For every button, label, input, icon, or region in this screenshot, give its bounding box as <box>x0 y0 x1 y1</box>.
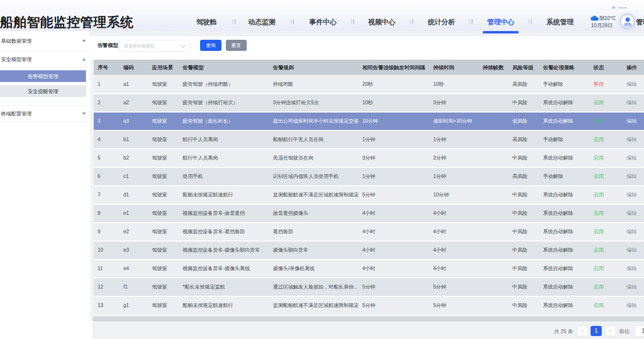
alarm-model-select[interactable]: 请选择告警模型 <box>119 40 190 52</box>
cell-status: 启用 <box>590 168 623 185</box>
table-row[interactable]: 11e4驾驶室视频监控设备异常-摄像头离线摄像头/录像机离线4小时4小时中风险系… <box>94 260 644 277</box>
cell-rule: 超出公司值班时间半小时未按规定交接 <box>269 113 358 130</box>
cell-frames <box>479 260 508 277</box>
cell-status: 启用 <box>590 278 623 296</box>
nav-item-video-center[interactable]: 视频中心 <box>368 18 395 27</box>
pagination-next-button[interactable]: › <box>605 326 616 336</box>
table-row[interactable]: 12f1驾驶室*船长未按规定监航通过区域触发人脸抓拍，对船长身份...5分钟5分… <box>94 278 644 296</box>
cell-status: 启用 <box>590 223 623 241</box>
nav-item-dynamic-monitor[interactable]: 动态监测 <box>248 18 275 27</box>
cell-frames <box>479 223 508 241</box>
cell-action[interactable]: 编辑 <box>623 223 644 241</box>
nav-item-cockpit[interactable]: 驾驶舱 <box>196 18 217 27</box>
nav-item-event-center[interactable]: 事件中心 <box>309 18 337 27</box>
content-top-strip <box>90 31 644 36</box>
pagination-goto-input[interactable]: 1 <box>635 325 644 337</box>
cell-status: 禁用 <box>590 76 623 93</box>
table-row[interactable]: 2a2驾驶室疲劳驾驶（持续打哈欠）3分钟连续打哈欠5次10秒3分钟中风险系统自动… <box>94 94 644 112</box>
cell-interval: 4小时 <box>358 223 429 241</box>
cell-duration: 4小时 <box>429 205 479 222</box>
table-row[interactable]: 6c1驾驶室使用手机识别区域内值班人员使用手机1分钟1分钟高风险手动解除启用编辑 <box>94 168 644 185</box>
cell-scene: 驾驶室 <box>148 94 179 112</box>
cell-model: 疲劳驾驶（持续打哈欠） <box>179 94 269 112</box>
table-row[interactable]: 3a3驾驶室疲劳驾驶（超长时长）超出公司值班时间半小时未按规定交接10分钟值班时… <box>94 113 644 130</box>
cell-status: 启用 <box>590 149 623 167</box>
horizontal-scrollbar-thumb[interactable] <box>93 317 644 322</box>
cell-action[interactable]: 编辑 <box>623 186 644 204</box>
cell-interval: 4小时 <box>358 260 429 277</box>
nav-item-system-management[interactable]: 系统管理 <box>546 18 574 27</box>
search-button[interactable]: 查询 <box>200 40 221 51</box>
cell-rule: 摄像头朝向异常 <box>269 242 358 259</box>
table-row[interactable]: 13g1驾驶室船舶未按规定航速航行监测船舶航速不满足区域航速限制规定5分钟5分钟… <box>94 297 644 314</box>
cell-strategy: 系统自动解除 <box>539 205 590 222</box>
cell-strategy: 手动解除 <box>539 76 590 93</box>
cell-index: 8 <box>94 205 119 222</box>
nav-item-statistics[interactable]: 统计分析 <box>428 18 455 27</box>
cell-interval: 10分钟 <box>358 113 429 130</box>
cell-action[interactable]: 编辑 <box>623 149 644 167</box>
pagination-prev-button[interactable]: ‹ <box>577 326 588 336</box>
cell-action[interactable]: 编辑 <box>623 94 644 112</box>
cell-action[interactable]: 编辑 <box>623 297 644 314</box>
cell-action[interactable]: 编辑 <box>623 260 644 277</box>
sidebar-item-alarm-model[interactable]: 告警模型管理 <box>0 70 86 82</box>
column-header: 序号 <box>94 60 119 75</box>
cell-strategy: 系统自动解除 <box>539 242 590 259</box>
cell-risk-level: 中风险 <box>508 297 539 314</box>
cell-risk-level: 中风险 <box>508 205 539 222</box>
cell-risk-level: 中风险 <box>508 186 539 204</box>
table-row[interactable]: 5b2驾驶室航行中人员离岗无适任驾驶员在岗3分钟2分钟中风险系统自动解除启用编辑 <box>94 149 644 167</box>
sidebar-group-label: 基础数据管理 <box>1 38 32 44</box>
table-row[interactable]: 8e1驾驶室视频监控设备异常-故意遮挡故意遮挡摄像头4小时4小时中风险系统自动解… <box>94 205 644 222</box>
sidebar-group-safety-model[interactable]: 安全模型管理 <box>0 51 90 67</box>
cell-action[interactable]: 编辑 <box>623 76 644 93</box>
cell-action[interactable]: 编辑 <box>623 278 644 296</box>
sidebar: 基础数据管理安全模型管理告警模型管理安全提醒管理终端配置管理 <box>0 31 90 339</box>
cell-strategy: 手动解除 <box>539 131 590 148</box>
cell-status: 启用 <box>590 205 623 222</box>
cell-risk-level: 低风险 <box>508 113 539 130</box>
cell-action[interactable]: 编辑 <box>623 131 644 148</box>
nav-item-management-center[interactable]: 管理中心 <box>487 18 514 27</box>
cell-action[interactable]: 编辑 <box>623 168 644 185</box>
table-row[interactable]: 9e2驾驶室视频监控设备异常-遮挡脸部遮挡脸部4小时4小时中风险系统自动解除启用… <box>94 223 644 241</box>
user-avatar[interactable] <box>621 15 634 28</box>
cell-rule: 通过区域触发人脸抓拍，对船长身份... <box>269 278 358 296</box>
table-row[interactable]: 10e3驾驶室视频监控设备异常-摄像头朝向异常摄像头朝向异常4小时4小时中风险系… <box>94 242 644 259</box>
column-header: 告警模型 <box>179 60 269 75</box>
cell-interval: 5分钟 <box>358 186 429 204</box>
cell-frames <box>479 242 508 259</box>
cell-index: 7 <box>94 186 119 204</box>
cell-rule: 遮挡脸部 <box>269 223 358 241</box>
cell-status: 启用 <box>590 242 623 259</box>
sidebar-group-terminal-config[interactable]: 终端配置管理 <box>0 106 90 122</box>
table-row[interactable]: 7d1驾驶室船舶未按规定航速航行监测船舶航速不满足区域航速限制规定5分钟10分钟… <box>94 186 644 204</box>
cell-action[interactable]: 编辑 <box>623 242 644 259</box>
cell-action[interactable]: 编辑 <box>623 113 644 130</box>
cell-interval: 4小时 <box>358 205 429 222</box>
cell-strategy: 系统自动解除 <box>539 223 590 241</box>
cell-rule: 3分钟连续打哈欠5次 <box>269 94 358 112</box>
table-row[interactable]: 4b1驾驶室航行中人员离岗船舶航行中无人员在岗1分钟1分钟高风险手动解除启用编辑 <box>94 131 644 148</box>
reset-button[interactable]: 重置 <box>226 40 247 51</box>
pagination-goto-label: 前往 <box>619 328 629 335</box>
cell-model: 视频监控设备异常-摄像头朝向异常 <box>179 242 269 259</box>
sidebar-item-safety-reminder[interactable]: 安全提醒管理 <box>0 85 86 97</box>
cell-scene: 驾驶室 <box>148 113 179 130</box>
sidebar-group-basic-data[interactable]: 基础数据管理 <box>0 31 90 51</box>
table-header-row: 序号编码应用场景告警模型告警规则相同告警连续触发时间间隔持续时间持续帧数风险等级… <box>94 60 644 75</box>
cell-model: 航行中人员离岗 <box>179 149 269 167</box>
mini-dash-decoration <box>618 7 627 9</box>
cell-index: 6 <box>94 168 119 185</box>
cell-interval: 5分钟 <box>358 278 429 296</box>
cell-interval: 20秒 <box>358 76 429 93</box>
pagination-page-1[interactable]: 1 <box>591 326 602 336</box>
cell-strategy: 系统自动解除 <box>539 94 590 112</box>
cell-status: 启用 <box>590 186 623 204</box>
cell-action[interactable]: 编辑 <box>623 205 644 222</box>
table-row[interactable]: 1a1驾驶室疲劳驾驶（持续闭眼）持续闭眼20秒10秒高风险手动解除禁用编辑 <box>94 76 644 93</box>
cell-duration: 10秒 <box>429 76 479 93</box>
cell-scene: 驾驶室 <box>148 76 179 93</box>
cell-code: e4 <box>119 260 148 277</box>
